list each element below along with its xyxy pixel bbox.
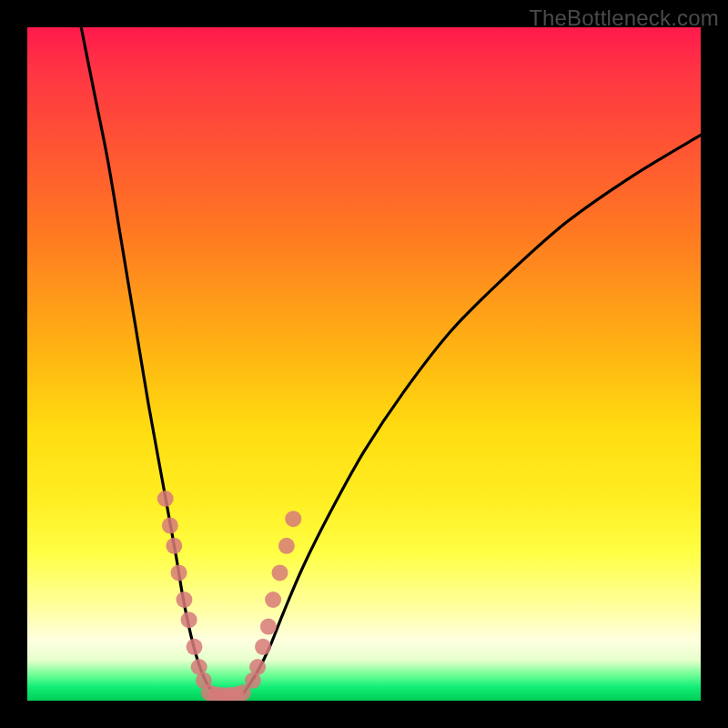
data-point (235, 684, 251, 701)
dot-layer (157, 490, 302, 701)
data-point (171, 564, 187, 581)
data-point (157, 490, 174, 507)
data-point (181, 612, 197, 628)
data-point (187, 639, 203, 655)
data-point (285, 511, 301, 527)
data-point (255, 639, 271, 655)
plot-area (27, 27, 701, 701)
data-point (260, 619, 277, 635)
curve-layer (81, 27, 701, 694)
data-point (272, 564, 288, 581)
data-point (166, 538, 182, 554)
data-point (265, 592, 281, 608)
data-point (278, 538, 295, 554)
watermark-text: TheBottleneck.com (529, 5, 719, 31)
curve-right-curve (243, 135, 701, 693)
data-point (176, 592, 192, 608)
chart-container: TheBottleneck.com (0, 0, 728, 728)
data-point (249, 659, 266, 675)
curve-left-curve (81, 27, 216, 694)
data-point (162, 518, 178, 534)
chart-svg (27, 27, 701, 701)
